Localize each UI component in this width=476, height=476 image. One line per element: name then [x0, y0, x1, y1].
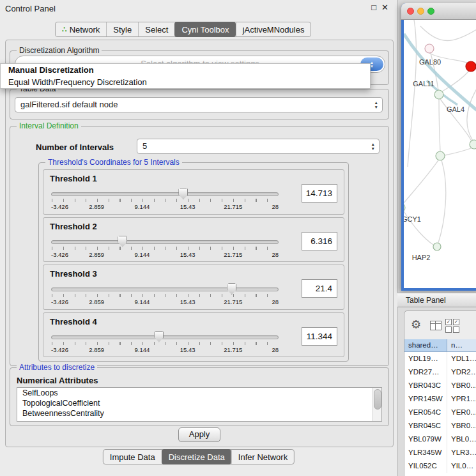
network-window-titlebar[interactable] [401, 3, 476, 20]
threshold-slider[interactable]: -3.4262.8599.14415.4321.71528 [51, 330, 279, 354]
deselect-column-icon[interactable] [453, 326, 459, 333]
cell-shared-name: YPR145W [404, 392, 447, 406]
close-traffic-light-icon[interactable] [407, 8, 414, 15]
tab-label: Style [113, 25, 132, 35]
slider-track [51, 288, 279, 291]
tab-cyni-toolbox[interactable]: Cyni Toolbox [174, 22, 235, 37]
table-row[interactable]: YBR045CYBR0… [404, 419, 476, 433]
number-of-intervals-select[interactable]: 5 ▲ ▼ [137, 139, 380, 154]
bottom-tab-bar: Impute DataDiscretize DataInfer Network [103, 449, 295, 464]
slider-thumb[interactable] [178, 188, 188, 199]
tab-select[interactable]: Select [138, 22, 174, 36]
close-icon[interactable]: ✕ [381, 3, 388, 12]
slider-thumb[interactable] [118, 236, 127, 247]
table-row[interactable]: YPR145WYPR1… [404, 392, 476, 406]
tab-discretize-data[interactable]: Discretize Data [162, 449, 231, 464]
spinner-arrows-icon: ▲ ▼ [374, 101, 378, 109]
network-edge[interactable] [420, 26, 476, 41]
gear-icon[interactable]: ⚙ [411, 318, 421, 332]
threshold-box: Threshold 3-3.4262.8599.14415.4321.71528… [43, 265, 344, 310]
cell-shared-name: YBL079W [404, 433, 447, 446]
node-label: GCY1 [404, 215, 421, 223]
columns-icon[interactable] [430, 321, 441, 330]
table-row[interactable]: YLR345WYLR3… [404, 446, 476, 459]
scale-label: 28 [272, 203, 279, 210]
scale-label: 15.43 [180, 251, 196, 258]
network-edge[interactable] [445, 148, 473, 155]
interval-definition-group: Interval Definition Number of Intervals … [10, 126, 389, 366]
network-node-plain[interactable] [425, 44, 434, 53]
attribute-list-item[interactable]: TopologicalCoefficient [17, 398, 381, 408]
network-node-green[interactable] [404, 203, 405, 212]
network-edge-thick[interactable] [404, 34, 476, 114]
slider-track [51, 192, 279, 196]
table-row[interactable]: YBL079WYBL0… [404, 433, 476, 446]
tab-infer-network[interactable]: Infer Network [231, 450, 294, 464]
list-scrollbar[interactable] [372, 388, 381, 421]
select-column-icon[interactable]: ✓ [453, 319, 459, 325]
thresholds-group: Threshold's Coordinates for 5 Intervals … [38, 162, 349, 362]
table-row[interactable]: YBR043CYBR0… [404, 379, 476, 392]
float-window-icon[interactable]: □ [371, 3, 376, 12]
attribute-list-item[interactable]: SelfLoops [17, 388, 381, 398]
network-edge[interactable] [438, 160, 446, 243]
scale-label: 21.715 [224, 251, 242, 258]
network-node-red[interactable] [466, 61, 476, 72]
network-node-green[interactable] [470, 140, 476, 149]
scale-label: 28 [272, 346, 279, 353]
cell-shared-name: YBR043C [404, 379, 447, 392]
tab-label: Select [145, 25, 168, 35]
network-edge[interactable] [439, 99, 440, 151]
cell-name: YDL1… [447, 352, 476, 365]
apply-button[interactable]: Apply [178, 427, 220, 442]
network-edge[interactable] [442, 71, 469, 91]
table-row[interactable]: YER054CYER0… [404, 406, 476, 419]
network-node-green[interactable] [434, 90, 443, 99]
attribute-list-item[interactable]: BetweennessCentrality [17, 408, 381, 418]
tab-style[interactable]: Style [106, 22, 138, 36]
table-row[interactable]: YDL19…YDL1… [404, 352, 476, 365]
table-data-select[interactable]: galFiltered.sif default node ▲ ▼ [15, 97, 383, 112]
numerical-attributes-label: Numerical Attributes [17, 376, 98, 385]
threshold-value-field[interactable]: 14.713 [302, 184, 337, 203]
slider-thumb[interactable] [227, 283, 236, 295]
threshold-label: Threshold 3 [50, 269, 97, 279]
scale-label: 2.859 [89, 251, 104, 258]
slider-ticks [52, 247, 279, 250]
cell-name: YLR3… [447, 446, 476, 459]
tab-label: Infer Network [238, 452, 288, 462]
threshold-value-field[interactable]: 6.316 [302, 232, 337, 250]
threshold-box: Threshold 1-3.4262.8599.14415.4321.71528… [43, 169, 344, 215]
select-all-icon[interactable]: ✓ [445, 319, 452, 325]
attribute-items: SelfLoopsTopologicalCoefficientBetweenne… [17, 388, 381, 418]
scrollbar-thumb[interactable] [374, 389, 381, 410]
network-canvas[interactable]: GAL80GAL11GAL4GCY1HAP2 [404, 20, 476, 288]
dropdown-option-manual-discretization[interactable]: Manual Discretization [1, 64, 370, 76]
spinner-arrows-icon: ▲ ▼ [371, 142, 375, 151]
network-edge[interactable] [404, 160, 438, 204]
table-row[interactable]: YIL052CYIL0… [404, 459, 476, 473]
table-row[interactable]: YDR27…YDR2… [404, 365, 476, 379]
attributes-group: Attributes to discretize Numerical Attri… [10, 367, 389, 426]
numerical-attributes-list[interactable]: SelfLoopsTopologicalCoefficientBetweenne… [17, 387, 382, 422]
tab-impute-data[interactable]: Impute Data [104, 450, 162, 464]
threshold-slider[interactable]: -3.4262.8599.14415.4321.71528 [51, 282, 279, 306]
threshold-value-field[interactable]: 11.344 [302, 327, 337, 346]
column-header-shared-name[interactable]: shared… [404, 339, 447, 352]
cell-shared-name: YDR27… [404, 365, 447, 379]
deselect-all-icon[interactable] [445, 326, 452, 333]
slider-thumb[interactable] [154, 331, 164, 342]
tab-network[interactable]: ∴Network [56, 22, 106, 36]
column-header-name[interactable]: n… [447, 339, 476, 352]
network-node-green[interactable] [436, 151, 445, 160]
threshold-slider[interactable]: -3.4262.8599.14415.4321.71528 [51, 234, 279, 259]
threshold-value-field[interactable]: 21.4 [302, 279, 337, 298]
minimize-traffic-light-icon[interactable] [417, 8, 424, 15]
dropdown-option-equal-width-frequency[interactable]: Equal Width/Frequency Discretization [1, 76, 370, 88]
tab-jactivemnodules[interactable]: jActiveMNodules [236, 22, 311, 36]
network-edge[interactable] [467, 81, 476, 141]
tab-label: Cyni Toolbox [181, 25, 229, 35]
threshold-slider[interactable]: -3.4262.8599.14415.4321.71528 [51, 187, 279, 211]
zoom-traffic-light-icon[interactable] [427, 8, 434, 15]
network-node-green[interactable] [433, 243, 441, 250]
